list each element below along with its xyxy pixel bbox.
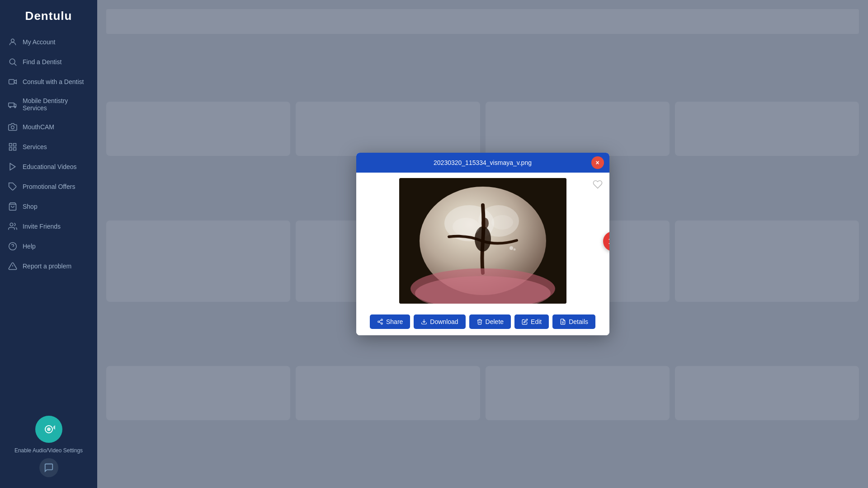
sidebar-item-label: Invite Friends	[23, 223, 61, 230]
video-icon	[8, 77, 17, 86]
modal-header: 20230320_115334_vismaya_v.png ×	[356, 153, 609, 173]
modal-overlay: 20230320_115334_vismaya_v.png ×	[97, 0, 868, 488]
camera-icon	[8, 122, 17, 131]
delete-button[interactable]: Delete	[469, 314, 511, 329]
svg-rect-4	[9, 103, 14, 107]
play-icon	[8, 162, 17, 171]
svg-point-15	[10, 223, 13, 226]
svg-line-37	[379, 322, 381, 323]
svg-point-33	[513, 249, 515, 251]
sidebar-item-label: Report a problem	[23, 263, 71, 270]
svg-rect-9	[14, 144, 16, 146]
svg-point-30	[453, 218, 480, 236]
share-button-label: Share	[386, 318, 403, 325]
edit-icon	[522, 319, 528, 325]
question-icon	[8, 242, 17, 251]
svg-rect-10	[9, 148, 12, 150]
sidebar-item-my-account[interactable]: My Account	[0, 32, 97, 52]
sidebar-item-label: Find a Dentist	[23, 58, 61, 66]
bag-icon	[8, 202, 17, 211]
download-button-label: Download	[430, 318, 458, 325]
delete-button-label: Delete	[486, 318, 504, 325]
sidebar-item-invite-friends[interactable]: Invite Friends	[0, 216, 97, 236]
truck-icon	[8, 100, 17, 109]
sidebar-item-label: MouthCAM	[23, 123, 54, 131]
details-icon	[560, 319, 566, 325]
favorite-button[interactable]	[590, 177, 605, 192]
sidebar-item-label: Educational Videos	[23, 163, 77, 170]
sidebar-item-mobile-dentistry[interactable]: Mobile Dentistry Services	[0, 92, 97, 117]
svg-point-32	[509, 246, 513, 250]
svg-marker-12	[10, 164, 15, 170]
notification-count: 15	[608, 237, 609, 246]
person-icon	[8, 38, 17, 47]
alert-icon	[8, 262, 17, 271]
svg-point-34	[381, 319, 383, 321]
svg-point-35	[378, 321, 380, 323]
delete-icon	[476, 319, 483, 325]
download-button[interactable]: Download	[414, 314, 465, 329]
svg-rect-11	[14, 148, 16, 150]
sidebar-item-educational-videos[interactable]: Educational Videos	[0, 157, 97, 177]
sidebar-item-consult-dentist[interactable]: Consult with a Dentist	[0, 72, 97, 92]
svg-line-38	[379, 320, 381, 321]
search-icon	[8, 57, 17, 66]
details-button-label: Details	[569, 318, 588, 325]
share-icon	[377, 319, 383, 325]
tooth-image	[399, 178, 566, 304]
modal-close-button[interactable]: ×	[591, 156, 604, 169]
svg-rect-8	[9, 144, 12, 146]
sidebar-item-label: Mobile Dentistry Services	[23, 97, 89, 112]
tooth-image-svg	[399, 178, 566, 304]
download-icon	[421, 319, 427, 325]
svg-point-27	[481, 218, 489, 229]
sidebar-item-label: Shop	[23, 203, 38, 210]
chat-button[interactable]	[39, 458, 58, 477]
modal-body: 15	[356, 173, 609, 310]
svg-point-16	[9, 243, 17, 250]
sidebar-item-label: Consult with a Dentist	[23, 78, 84, 85]
svg-point-0	[11, 39, 14, 42]
sidebar-item-shop[interactable]: Shop	[0, 197, 97, 216]
sidebar-item-promotional-offers[interactable]: Promotional Offers	[0, 177, 97, 197]
svg-point-1	[9, 59, 15, 64]
sidebar-item-find-dentist[interactable]: Find a Dentist	[0, 52, 97, 72]
edit-button-label: Edit	[531, 318, 542, 325]
grid-icon	[8, 142, 17, 151]
logo-text: Dentulu	[25, 9, 72, 23]
svg-point-36	[381, 323, 383, 324]
svg-line-2	[14, 64, 17, 66]
av-settings-button[interactable]	[35, 416, 62, 443]
sidebar-bottom: Enable Audio/Video Settings	[0, 408, 97, 488]
main-content: 20230320_115334_vismaya_v.png ×	[97, 0, 868, 488]
sidebar-item-help[interactable]: Help	[0, 236, 97, 256]
share-button[interactable]: Share	[370, 314, 410, 329]
camera-settings-icon	[42, 422, 56, 436]
modal-title: 20230320_115334_vismaya_v.png	[434, 159, 532, 166]
svg-point-7	[11, 126, 14, 129]
svg-point-6	[14, 107, 15, 108]
sidebar-item-label: Promotional Offers	[23, 183, 75, 190]
sidebar-item-label: Help	[23, 243, 36, 250]
svg-point-31	[491, 215, 513, 230]
svg-point-21	[47, 427, 51, 431]
heart-icon	[593, 179, 603, 189]
tag-icon	[8, 182, 17, 191]
sidebar-item-label: Services	[23, 143, 47, 150]
sidebar-nav: My Account Find a Dentist Consult with a…	[0, 30, 97, 408]
svg-rect-3	[9, 80, 14, 84]
av-settings-label: Enable Audio/Video Settings	[14, 447, 83, 454]
svg-point-5	[9, 107, 11, 108]
sidebar-item-services[interactable]: Services	[0, 137, 97, 157]
sidebar: Dentulu My Account Find a Dentist Consul…	[0, 0, 97, 488]
sidebar-item-mouthcam[interactable]: MouthCAM	[0, 117, 97, 137]
users-icon	[8, 222, 17, 231]
chat-icon	[44, 463, 54, 473]
edit-button[interactable]: Edit	[514, 314, 549, 329]
details-button[interactable]: Details	[552, 314, 595, 329]
sidebar-item-report-problem[interactable]: Report a problem	[0, 256, 97, 276]
notification-badge: 15	[603, 231, 609, 251]
image-modal: 20230320_115334_vismaya_v.png ×	[356, 153, 609, 335]
modal-footer: Share Download Delete Edit Details	[356, 310, 609, 335]
sidebar-item-label: My Account	[23, 38, 55, 46]
